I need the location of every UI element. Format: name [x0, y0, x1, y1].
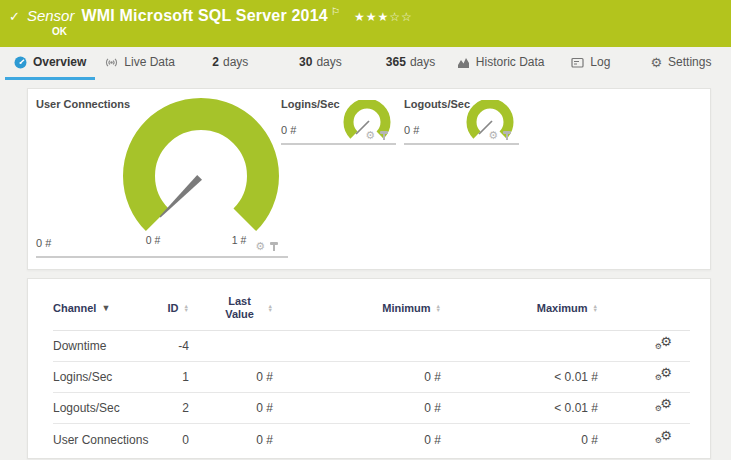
gauge-scale-min: 0 #: [146, 234, 161, 246]
header-maximum[interactable]: Maximum ▲▼: [441, 302, 598, 314]
gauge-icon: [14, 56, 27, 69]
header-label: Maximum: [537, 302, 588, 314]
tab-label: Log: [590, 55, 610, 69]
tab-settings[interactable]: ⚙ Settings: [636, 47, 726, 80]
tab-overview[interactable]: Overview: [5, 47, 95, 80]
tab-label: Overview: [33, 55, 86, 69]
gauge-logins-sec[interactable]: Logins/Sec 0 # ⚙: [281, 96, 396, 145]
gear-icon: ⚙: [650, 56, 662, 69]
header-channel[interactable]: Channel ▼: [53, 302, 161, 314]
log-icon: [571, 56, 584, 69]
table-row-logins-sec[interactable]: Logins/Sec 1 0 # 0 # < 0.01 # ⚙⚙: [53, 362, 690, 393]
area-chart-icon: [457, 56, 470, 69]
tab-number: 2: [212, 55, 219, 69]
gauge-needle: [160, 175, 203, 218]
channel-name[interactable]: Logins/Sec: [53, 370, 161, 384]
pin-icon[interactable]: [270, 242, 278, 252]
status-badge: OK: [52, 26, 721, 37]
pin-icon[interactable]: [380, 131, 388, 141]
gauges-panel: User Connections 0 # 1 # 0 # ⚙ Logins/Se…: [27, 88, 711, 270]
tab-365-days[interactable]: 365 days: [366, 47, 456, 80]
stars-empty[interactable]: ☆☆: [389, 10, 413, 24]
tab-label: Settings: [668, 55, 711, 69]
gear-icon: ⚙: [655, 374, 662, 382]
channels-panel: Channel ▼ ID ▲▼ Last Value ▲▼ Minimum ▲▼…: [27, 278, 711, 459]
gear-icon: ⚙: [655, 343, 662, 351]
gauge-logouts-sec[interactable]: Logouts/Sec 0 # ⚙: [404, 96, 519, 145]
tab-live-data[interactable]: Live Data: [95, 47, 185, 80]
channel-id: -4: [161, 339, 189, 353]
header-label: ID: [168, 302, 179, 314]
user-connections-gauge-dial: 0 # 1 #: [119, 96, 283, 248]
header-label: Minimum: [382, 302, 430, 314]
gear-icon[interactable]: ⚙: [488, 130, 498, 141]
page-title: WMI Microsoft SQL Server 2014: [81, 7, 327, 25]
table-row-downtime[interactable]: Downtime -4 ⚙⚙: [53, 331, 690, 362]
object-kind-label: Sensor: [27, 7, 75, 24]
gauge-current-value: 0 #: [281, 124, 296, 136]
table-row-user-connections[interactable]: User Connections 0 0 # 0 # 0 # ⚙⚙: [53, 424, 690, 455]
tab-label: Historic Data: [476, 55, 545, 69]
channel-maximum: < 0.01 #: [441, 401, 598, 415]
channel-name[interactable]: User Connections: [53, 433, 161, 447]
gauge-title: User Connections: [36, 98, 130, 110]
channel-settings-button[interactable]: ⚙⚙: [648, 368, 690, 386]
header-last-value[interactable]: Last Value ▲▼: [189, 295, 273, 321]
header-label: Last Value: [217, 295, 263, 321]
tab-number: 30: [299, 55, 312, 69]
priority-stars[interactable]: ★★★☆☆: [354, 10, 413, 24]
gear-icon: ⚙: [660, 366, 672, 379]
channel-maximum: < 0.01 #: [441, 370, 598, 384]
status-check-icon: ✓: [9, 9, 20, 24]
channel-minimum: 0 #: [273, 370, 441, 384]
channel-name[interactable]: Downtime: [53, 339, 161, 353]
gear-icon: ⚙: [660, 335, 672, 348]
tab-2-days[interactable]: 2 days: [185, 47, 275, 80]
gear-icon[interactable]: ⚙: [255, 241, 265, 252]
channel-id: 2: [161, 401, 189, 415]
channels-table: Channel ▼ ID ▲▼ Last Value ▲▼ Minimum ▲▼…: [28, 279, 710, 455]
channel-id: 1: [161, 370, 189, 384]
channel-last-value: 0 #: [189, 433, 273, 447]
gear-icon: ⚙: [655, 437, 662, 445]
broadcast-icon: [105, 56, 118, 69]
channel-last-value: 0 #: [189, 401, 273, 415]
sensor-status-banner: ✓ Sensor WMI Microsoft SQL Server 2014 ⚐…: [0, 0, 731, 47]
tab-historic-data[interactable]: Historic Data: [456, 47, 546, 80]
channel-settings-button[interactable]: ⚙⚙: [648, 399, 690, 417]
tab-log[interactable]: Log: [546, 47, 636, 80]
header-label: Channel: [53, 302, 96, 314]
gear-icon: ⚙: [655, 405, 662, 413]
sort-icon: ▲▼: [593, 304, 598, 313]
gauge-title: Logins/Sec: [281, 98, 340, 110]
table-row-logouts-sec[interactable]: Logouts/Sec 2 0 # 0 # < 0.01 # ⚙⚙: [53, 393, 690, 424]
tab-30-days[interactable]: 30 days: [275, 47, 365, 80]
tab-label: Live Data: [124, 55, 175, 69]
tab-number: 365: [386, 55, 406, 69]
header-minimum[interactable]: Minimum ▲▼: [273, 302, 441, 314]
channel-name[interactable]: Logouts/Sec: [53, 401, 161, 415]
header-id[interactable]: ID ▲▼: [161, 302, 189, 314]
gear-icon[interactable]: ⚙: [365, 130, 375, 141]
priority-flag-icon[interactable]: ⚐: [331, 6, 340, 17]
tab-label: days: [410, 55, 435, 69]
gear-icon: ⚙: [660, 397, 672, 410]
channel-last-value: 0 #: [189, 370, 273, 384]
channel-minimum: 0 #: [273, 401, 441, 415]
channel-minimum: 0 #: [273, 433, 441, 447]
channel-settings-button[interactable]: ⚙⚙: [648, 431, 690, 449]
gauge-user-connections[interactable]: User Connections 0 # 1 # 0 # ⚙: [36, 96, 288, 258]
table-header-row: Channel ▼ ID ▲▼ Last Value ▲▼ Minimum ▲▼…: [53, 279, 690, 331]
stars-filled[interactable]: ★★★: [354, 10, 389, 24]
sort-desc-icon: ▼: [101, 303, 110, 313]
channel-id: 0: [161, 433, 189, 447]
gauge-current-value: 0 #: [36, 237, 51, 249]
tab-label: days: [316, 55, 341, 69]
gauge-current-value: 0 #: [404, 124, 419, 136]
channel-maximum: 0 #: [441, 433, 598, 447]
tab-bar: Overview Live Data 2 days 30 days 365 da…: [0, 47, 731, 80]
tab-label: days: [223, 55, 248, 69]
gear-icon: ⚙: [660, 429, 672, 442]
channel-settings-button[interactable]: ⚙⚙: [648, 337, 690, 355]
pin-icon[interactable]: [503, 131, 511, 141]
